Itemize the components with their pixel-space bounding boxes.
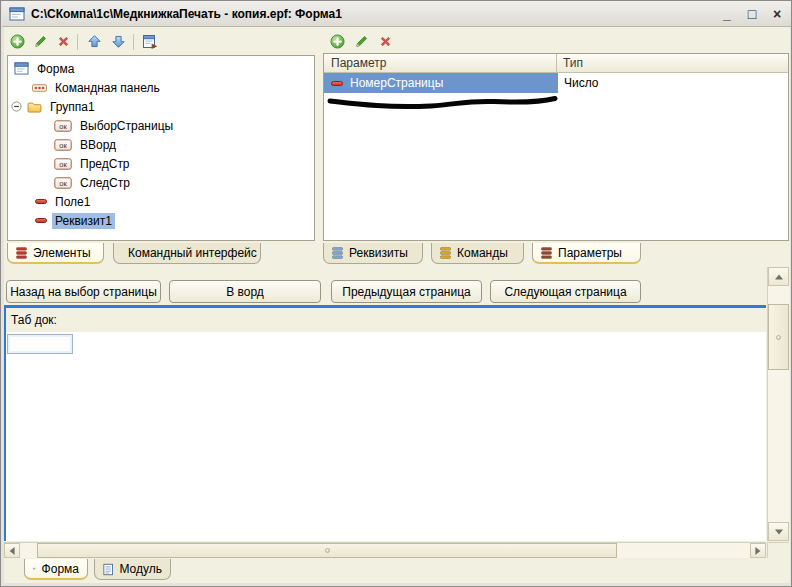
tree-item-predstr[interactable]: ПредСтр: [8, 154, 314, 173]
add-icon: [10, 34, 25, 49]
command-bar-icon: [32, 84, 47, 92]
delete-button[interactable]: [54, 32, 73, 51]
tab-form[interactable]: Форма: [24, 559, 88, 580]
delete-x-icon: [378, 34, 393, 49]
ok-button-icon: [54, 158, 72, 170]
tab-attributes[interactable]: Реквизиты: [323, 243, 423, 264]
document-icon: [103, 563, 113, 576]
blue-bars-icon: [332, 247, 343, 259]
check-form-button[interactable]: [140, 32, 159, 51]
designer-window: C:\СКомпа\1с\МедкнижкаПечать - копия.epf…: [0, 0, 792, 587]
form-window-icon: [14, 62, 29, 75]
triangle-right-icon: [752, 545, 764, 557]
toolbar-separator: [77, 34, 78, 50]
elements-tree: Форма Командная панель Группа1 ВыборСтра…: [7, 55, 315, 241]
parameter-cell: НомерСтраницы: [324, 73, 558, 93]
brown-bars-icon: [541, 247, 552, 259]
horizontal-scrollbar[interactable]: [4, 542, 766, 558]
scroll-left-button[interactable]: [4, 543, 20, 558]
triangle-left-icon: [6, 545, 18, 557]
tree-item-rekvizit1[interactable]: Реквизит1: [8, 211, 314, 230]
preview-button-back-to-page-select[interactable]: Назад на выбор страницы: [6, 280, 161, 303]
move-up-button[interactable]: [85, 32, 104, 51]
scroll-up-button[interactable]: [768, 267, 789, 286]
toolbar-separator: [133, 34, 134, 50]
add-parameter-button[interactable]: [328, 32, 347, 51]
tab-elements[interactable]: Элементы: [7, 243, 104, 264]
spreadsheet-area[interactable]: [6, 332, 766, 541]
red-bars-icon: [16, 247, 27, 259]
scroll-down-button[interactable]: [768, 522, 789, 541]
edit-parameter-button[interactable]: [352, 32, 371, 51]
field-dash-icon: [331, 81, 343, 86]
spreadsheet-corner-cell[interactable]: [7, 334, 73, 354]
parameter-name: НомерСтраницы: [350, 76, 443, 90]
window-title: C:\СКомпа\1с\МедкнижкаПечать - копия.epf…: [31, 7, 713, 21]
maximize-button[interactable]: □: [744, 6, 760, 22]
parameters-table: Параметр Тип НомерСтраницы Число: [323, 53, 789, 241]
ok-button-icon: [54, 177, 72, 189]
tree-item-vvord[interactable]: ВВорд: [8, 135, 314, 154]
triangle-up-icon: [773, 271, 785, 283]
preview-button-previous-page[interactable]: Предыдущая страница: [331, 280, 482, 303]
gold-bars-icon: [440, 247, 451, 259]
add-button[interactable]: [8, 32, 27, 51]
pencil-icon: [354, 34, 369, 49]
table-row[interactable]: НомерСтраницы Число: [324, 73, 788, 93]
field-dash-icon: [35, 199, 47, 204]
thumb-grip: [325, 548, 330, 553]
scroll-right-button[interactable]: [750, 543, 766, 558]
title-bar: C:\СКомпа\1с\МедкнижкаПечать - копия.epf…: [2, 1, 792, 27]
window-controls: _ □ ×: [719, 6, 785, 22]
minimize-button[interactable]: _: [719, 6, 735, 22]
tree-item-sledstr[interactable]: СледСтр: [8, 173, 314, 192]
delete-parameter-button[interactable]: [376, 32, 395, 51]
tabdoc-label: Таб док:: [11, 313, 57, 327]
horizontal-scroll-thumb[interactable]: [37, 543, 617, 558]
arrow-down-icon: [111, 34, 126, 49]
tree-item-forma[interactable]: Форма: [8, 59, 314, 78]
form-preview-icon: [142, 34, 158, 50]
tabdoc-region: Таб док:: [6, 308, 766, 332]
parameter-type: Число: [564, 76, 599, 90]
thumb-grip: [776, 335, 781, 340]
delete-x-icon: [56, 34, 71, 49]
scrollbar-corner: [767, 542, 789, 558]
app-icon: [9, 7, 25, 21]
ok-button-icon: [54, 139, 72, 151]
column-header-parameter[interactable]: Параметр: [324, 54, 557, 72]
tree-item-komandnaya-panel[interactable]: Командная панель: [8, 78, 314, 97]
preview-button-to-word[interactable]: В ворд: [169, 280, 321, 303]
tab-parameters[interactable]: Параметры: [532, 243, 641, 264]
vertical-scroll-thumb[interactable]: [768, 304, 789, 370]
table-header: Параметр Тип: [324, 54, 788, 73]
tab-module[interactable]: Модуль: [94, 559, 171, 580]
folder-icon: [27, 101, 42, 113]
tab-command-interface[interactable]: Командный интерфейс: [113, 243, 261, 264]
column-header-type[interactable]: Тип: [557, 56, 788, 70]
move-down-button[interactable]: [109, 32, 128, 51]
arrow-up-icon: [87, 34, 102, 49]
field-dash-icon: [35, 218, 47, 223]
collapse-expander-icon[interactable]: [11, 101, 22, 112]
pencil-icon: [33, 34, 48, 49]
tree-item-pole1[interactable]: Поле1: [8, 192, 314, 211]
triangle-down-icon: [773, 526, 785, 538]
add-icon: [330, 34, 345, 49]
tree-item-gruppa1[interactable]: Группа1: [8, 97, 314, 116]
close-button[interactable]: ×: [769, 6, 785, 22]
edit-button[interactable]: [31, 32, 50, 51]
annotation-scribble: [326, 93, 562, 113]
tree-item-vyborstranitsy[interactable]: ВыборСтраницы: [8, 116, 314, 135]
preview-button-next-page[interactable]: Следующая страница: [490, 280, 641, 303]
vertical-scrollbar[interactable]: [767, 267, 789, 541]
selected-tree-label: Реквизит1: [52, 213, 115, 229]
tab-commands[interactable]: Команды: [431, 243, 524, 264]
ok-button-icon: [54, 120, 72, 132]
type-cell: Число: [558, 73, 788, 93]
form-window-icon: [33, 563, 36, 575]
